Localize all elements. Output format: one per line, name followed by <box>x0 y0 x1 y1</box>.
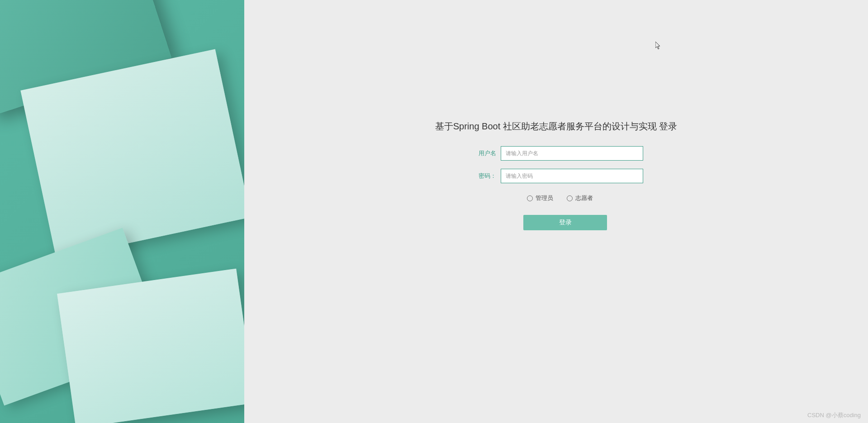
role-selector: 管理员 志愿者 <box>527 194 593 202</box>
role-volunteer-label: 志愿者 <box>575 194 593 202</box>
username-input[interactable] <box>501 146 643 161</box>
role-volunteer-radio[interactable]: 志愿者 <box>567 194 593 202</box>
login-button[interactable]: 登录 <box>523 215 607 230</box>
page-title: 基于Spring Boot 社区助老志愿者服务平台的设计与实现 登录 <box>435 120 678 133</box>
watermark-text: CSDN @小蔡coding <box>807 411 861 419</box>
radio-icon <box>567 195 573 201</box>
login-panel: 基于Spring Boot 社区助老志愿者服务平台的设计与实现 登录 用户名 密… <box>244 0 868 423</box>
password-label: 密码： <box>469 172 496 180</box>
password-input[interactable] <box>501 169 643 183</box>
password-row: 密码： <box>439 169 674 183</box>
decorative-left-panel <box>0 0 244 423</box>
username-label: 用户名 <box>469 149 496 157</box>
cursor-icon <box>655 42 662 50</box>
radio-icon <box>527 195 533 201</box>
role-admin-label: 管理员 <box>536 194 553 202</box>
decorative-shape <box>57 269 244 423</box>
role-admin-radio[interactable]: 管理员 <box>527 194 553 202</box>
login-form: 基于Spring Boot 社区助老志愿者服务平台的设计与实现 登录 用户名 密… <box>439 120 674 230</box>
username-row: 用户名 <box>439 146 674 161</box>
